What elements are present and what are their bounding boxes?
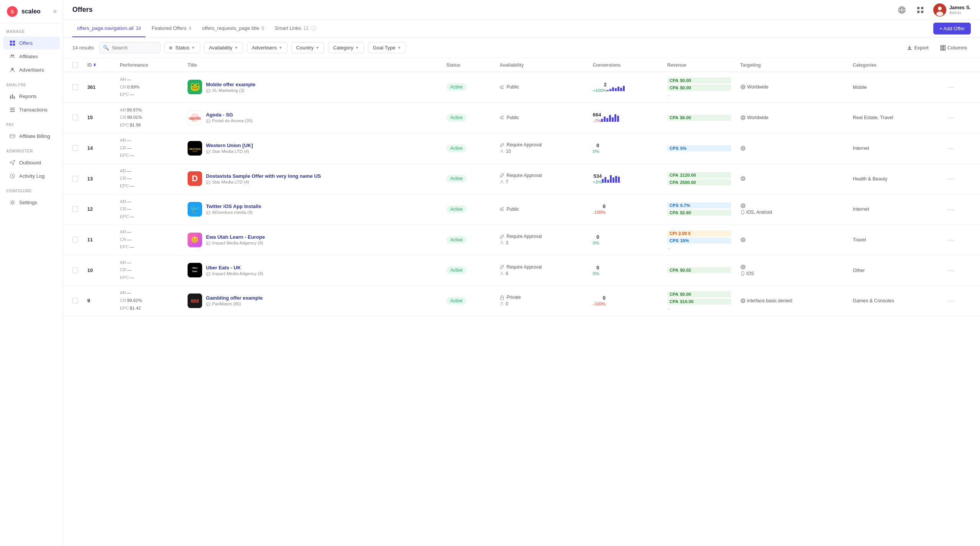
tab-smartlinks[interactable]: Smart Links 12 i [270,20,321,37]
row-checkbox-cell [63,225,83,255]
categories-header: Categories [848,58,940,72]
revenue-cell: CPS 0.7%CPA $2.60 [663,194,736,225]
svg-rect-100 [209,273,210,274]
offer-name[interactable]: Ewa Utah Learn - Europe [206,234,265,240]
conv-value: 0 [596,234,599,240]
billing-icon [9,133,15,139]
categories-cell: Health & Beauty [848,163,940,194]
offer-name[interactable]: Twitter iOS App Installs [206,203,261,209]
rev-content: CPA 2120.00CPA 2500.00 [667,172,731,185]
sidebar-item-settings[interactable]: Settings [3,196,60,209]
columns-button[interactable]: Columns [936,43,971,53]
targeting-content: interface.basic.denied: [740,298,844,303]
row-actions-button[interactable]: ⋯ [944,265,957,275]
offer-logo: 🐦 [188,202,202,216]
offer-id: 15 [87,115,93,120]
status-filter[interactable]: Status ▼ [164,42,200,53]
row-checkbox[interactable] [72,84,78,90]
row-actions-button[interactable]: ⋯ [944,143,957,154]
row-actions-button[interactable]: ⋯ [944,82,957,92]
availability-count: 0 [500,301,583,307]
availability-filter[interactable]: Availability ▼ [204,42,243,53]
user-section[interactable]: James S. Admin [933,3,971,16]
row-checkbox[interactable] [72,176,78,182]
row-actions-button[interactable]: ⋯ [944,204,957,215]
row-checkbox[interactable] [72,267,78,273]
export-button[interactable]: Export [903,43,933,53]
bar-segment [623,86,625,91]
offer-name[interactable]: Mobile offer example [206,82,255,87]
row-checkbox[interactable] [72,115,78,120]
categories-cell: Games & Consoles [848,285,940,316]
sidebar-item-reports[interactable]: Reports [3,90,60,103]
targeting-content [740,146,844,151]
targeting-content [740,237,844,243]
offer-name[interactable]: Western Union [UK] [206,143,253,148]
building-icon [206,180,211,184]
advertisers-filter[interactable]: Advertisers ▼ [247,42,287,53]
id-header[interactable]: ID ⬍ [83,58,115,72]
category-value: Games & Consoles [853,298,894,303]
chevron-down-icon: ▼ [355,46,359,50]
id-cell: 15 [83,102,115,133]
building-icon [206,210,211,215]
sidebar-item-offers[interactable]: Offers [3,36,60,49]
performance-cell: AR— CR0.89% EPC— [115,72,183,103]
sidebar-item-billing[interactable]: Affiliate Billing [3,130,60,143]
row-actions-button[interactable]: ⋯ [944,234,957,245]
targeting-content: iOS [740,264,844,276]
sidebar-item-advertisers[interactable]: Advertisers [3,63,60,76]
tab-requests[interactable]: offers_requests_page.title 0 [198,20,269,37]
category-value: Health & Beauty [853,176,887,182]
conv-numbers: 0 0% [593,143,599,154]
tab-all[interactable]: offers_page.navigation.all 14 [72,20,145,37]
chevron-down-icon: ▼ [315,46,319,50]
title-content: D Dostavista Sample Offer with very long… [188,171,437,186]
sidebar-toggle[interactable]: ≡ [53,8,57,15]
select-all-checkbox[interactable] [72,62,78,68]
row-actions-button[interactable]: ⋯ [944,112,957,123]
offer-info: Twitter iOS App Installs ADventure.media… [206,203,261,215]
performance-cell: AR— CR— EPC— [115,163,183,194]
globe-icon [740,237,746,243]
offer-name[interactable]: Gambling offer example [206,295,263,301]
svg-rect-25 [917,11,920,13]
targeting-cell: iOS, Android [736,194,848,225]
revenue-badge: CPA 2120.00 [667,172,731,178]
country-filter[interactable]: Country ▼ [291,42,324,53]
row-actions-button[interactable]: ⋯ [944,173,957,184]
sidebar-item-activity-log[interactable]: Activity Log [3,169,60,182]
svg-text:agoda: agoda [189,116,201,120]
svg-rect-86 [207,243,208,245]
row-checkbox-cell [63,285,83,316]
actions-cell: ⋯ [940,285,980,316]
sidebar-item-affiliates[interactable]: Affiliates [3,50,60,63]
offer-info: Gambling offer example PariMatch (85) [206,295,263,306]
row-checkbox[interactable] [72,237,78,243]
advertisers-filter-label: Advertisers [252,45,277,51]
reports-icon [9,93,15,99]
megaphone-icon [500,85,505,90]
status-badge: Active [446,236,467,244]
tab-featured[interactable]: Featured Offers 4 [147,20,196,37]
category-filter[interactable]: Category ▼ [328,42,364,53]
offer-advertiser: Portal do Aroma (35) [206,118,253,123]
row-actions-button[interactable]: ⋯ [944,295,957,306]
sidebar-item-transactions[interactable]: Transactions [3,103,60,116]
grid-icon[interactable] [915,5,926,15]
row-checkbox[interactable] [72,298,78,303]
row-checkbox[interactable] [72,145,78,151]
row-checkbox[interactable] [72,206,78,212]
svg-point-37 [741,85,745,89]
offer-name[interactable]: Uber Eats - UK [206,265,263,271]
sidebar-item-outbound[interactable]: Outbound [3,156,60,169]
goal-type-filter[interactable]: Goal Type ▼ [368,42,406,53]
sidebar-section-manage: MANAGE Offers Affiliates Advertisers [0,23,63,77]
offer-name[interactable]: Dostavista Sample Offer with very long n… [206,173,321,179]
offer-name[interactable]: Agoda - SG [206,112,253,118]
perf-values: AR— CR99.62% EPC$1.42 [120,289,178,312]
avail-content: Public [500,207,583,212]
language-icon[interactable] [897,5,907,15]
targeting-content: iOS, Android [740,203,844,215]
add-offer-button[interactable]: + Add Offer [933,23,971,34]
